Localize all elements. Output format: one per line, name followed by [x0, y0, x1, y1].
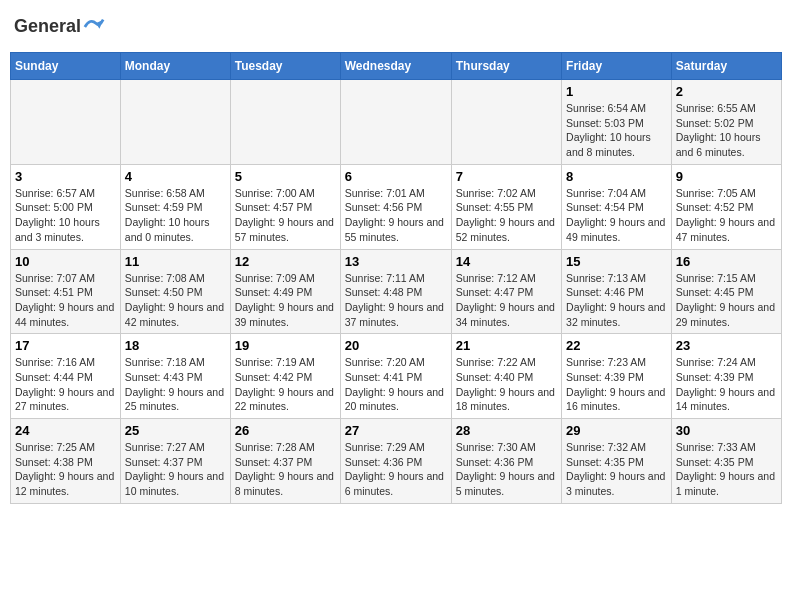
day-number: 17	[15, 338, 116, 353]
day-info: Sunrise: 7:09 AM Sunset: 4:49 PM Dayligh…	[235, 271, 336, 330]
day-info: Sunrise: 7:24 AM Sunset: 4:39 PM Dayligh…	[676, 355, 777, 414]
weekday-header-thursday: Thursday	[451, 53, 561, 80]
day-info: Sunrise: 7:25 AM Sunset: 4:38 PM Dayligh…	[15, 440, 116, 499]
calendar-cell: 1Sunrise: 6:54 AM Sunset: 5:03 PM Daylig…	[562, 80, 672, 165]
day-info: Sunrise: 7:00 AM Sunset: 4:57 PM Dayligh…	[235, 186, 336, 245]
calendar-cell: 30Sunrise: 7:33 AM Sunset: 4:35 PM Dayli…	[671, 419, 781, 504]
day-number: 25	[125, 423, 226, 438]
day-number: 21	[456, 338, 557, 353]
calendar-cell	[340, 80, 451, 165]
calendar-cell	[230, 80, 340, 165]
day-info: Sunrise: 7:19 AM Sunset: 4:42 PM Dayligh…	[235, 355, 336, 414]
weekday-header-friday: Friday	[562, 53, 672, 80]
calendar-week-row: 24Sunrise: 7:25 AM Sunset: 4:38 PM Dayli…	[11, 419, 782, 504]
day-number: 9	[676, 169, 777, 184]
calendar-table: SundayMondayTuesdayWednesdayThursdayFrid…	[10, 52, 782, 504]
logo: General	[14, 16, 105, 38]
calendar-cell: 21Sunrise: 7:22 AM Sunset: 4:40 PM Dayli…	[451, 334, 561, 419]
calendar-cell: 12Sunrise: 7:09 AM Sunset: 4:49 PM Dayli…	[230, 249, 340, 334]
calendar-cell: 28Sunrise: 7:30 AM Sunset: 4:36 PM Dayli…	[451, 419, 561, 504]
day-number: 12	[235, 254, 336, 269]
weekday-header-wednesday: Wednesday	[340, 53, 451, 80]
weekday-header-sunday: Sunday	[11, 53, 121, 80]
day-info: Sunrise: 7:01 AM Sunset: 4:56 PM Dayligh…	[345, 186, 447, 245]
logo-icon	[83, 16, 105, 38]
calendar-cell: 11Sunrise: 7:08 AM Sunset: 4:50 PM Dayli…	[120, 249, 230, 334]
calendar-cell: 24Sunrise: 7:25 AM Sunset: 4:38 PM Dayli…	[11, 419, 121, 504]
day-info: Sunrise: 7:30 AM Sunset: 4:36 PM Dayligh…	[456, 440, 557, 499]
day-number: 10	[15, 254, 116, 269]
calendar-cell: 7Sunrise: 7:02 AM Sunset: 4:55 PM Daylig…	[451, 164, 561, 249]
day-info: Sunrise: 7:15 AM Sunset: 4:45 PM Dayligh…	[676, 271, 777, 330]
calendar-cell: 6Sunrise: 7:01 AM Sunset: 4:56 PM Daylig…	[340, 164, 451, 249]
calendar-cell	[120, 80, 230, 165]
day-info: Sunrise: 6:57 AM Sunset: 5:00 PM Dayligh…	[15, 186, 116, 245]
day-info: Sunrise: 7:16 AM Sunset: 4:44 PM Dayligh…	[15, 355, 116, 414]
day-number: 15	[566, 254, 667, 269]
calendar-cell: 20Sunrise: 7:20 AM Sunset: 4:41 PM Dayli…	[340, 334, 451, 419]
day-info: Sunrise: 7:02 AM Sunset: 4:55 PM Dayligh…	[456, 186, 557, 245]
day-info: Sunrise: 7:11 AM Sunset: 4:48 PM Dayligh…	[345, 271, 447, 330]
day-number: 5	[235, 169, 336, 184]
calendar-cell: 10Sunrise: 7:07 AM Sunset: 4:51 PM Dayli…	[11, 249, 121, 334]
calendar-cell: 22Sunrise: 7:23 AM Sunset: 4:39 PM Dayli…	[562, 334, 672, 419]
calendar-cell: 19Sunrise: 7:19 AM Sunset: 4:42 PM Dayli…	[230, 334, 340, 419]
calendar-cell	[451, 80, 561, 165]
weekday-header-row: SundayMondayTuesdayWednesdayThursdayFrid…	[11, 53, 782, 80]
day-number: 1	[566, 84, 667, 99]
day-info: Sunrise: 6:55 AM Sunset: 5:02 PM Dayligh…	[676, 101, 777, 160]
calendar-cell: 29Sunrise: 7:32 AM Sunset: 4:35 PM Dayli…	[562, 419, 672, 504]
calendar-cell: 17Sunrise: 7:16 AM Sunset: 4:44 PM Dayli…	[11, 334, 121, 419]
day-number: 13	[345, 254, 447, 269]
calendar-cell: 16Sunrise: 7:15 AM Sunset: 4:45 PM Dayli…	[671, 249, 781, 334]
day-number: 14	[456, 254, 557, 269]
day-info: Sunrise: 7:04 AM Sunset: 4:54 PM Dayligh…	[566, 186, 667, 245]
day-number: 29	[566, 423, 667, 438]
day-info: Sunrise: 7:18 AM Sunset: 4:43 PM Dayligh…	[125, 355, 226, 414]
calendar-cell: 25Sunrise: 7:27 AM Sunset: 4:37 PM Dayli…	[120, 419, 230, 504]
calendar-cell: 26Sunrise: 7:28 AM Sunset: 4:37 PM Dayli…	[230, 419, 340, 504]
day-info: Sunrise: 7:27 AM Sunset: 4:37 PM Dayligh…	[125, 440, 226, 499]
day-number: 2	[676, 84, 777, 99]
calendar-cell: 9Sunrise: 7:05 AM Sunset: 4:52 PM Daylig…	[671, 164, 781, 249]
day-info: Sunrise: 7:22 AM Sunset: 4:40 PM Dayligh…	[456, 355, 557, 414]
calendar-cell: 13Sunrise: 7:11 AM Sunset: 4:48 PM Dayli…	[340, 249, 451, 334]
day-info: Sunrise: 7:33 AM Sunset: 4:35 PM Dayligh…	[676, 440, 777, 499]
day-info: Sunrise: 7:32 AM Sunset: 4:35 PM Dayligh…	[566, 440, 667, 499]
day-number: 30	[676, 423, 777, 438]
day-number: 7	[456, 169, 557, 184]
calendar-cell: 23Sunrise: 7:24 AM Sunset: 4:39 PM Dayli…	[671, 334, 781, 419]
day-number: 18	[125, 338, 226, 353]
calendar-week-row: 1Sunrise: 6:54 AM Sunset: 5:03 PM Daylig…	[11, 80, 782, 165]
day-info: Sunrise: 7:29 AM Sunset: 4:36 PM Dayligh…	[345, 440, 447, 499]
calendar-week-row: 3Sunrise: 6:57 AM Sunset: 5:00 PM Daylig…	[11, 164, 782, 249]
day-info: Sunrise: 7:23 AM Sunset: 4:39 PM Dayligh…	[566, 355, 667, 414]
day-number: 11	[125, 254, 226, 269]
day-info: Sunrise: 6:54 AM Sunset: 5:03 PM Dayligh…	[566, 101, 667, 160]
day-number: 27	[345, 423, 447, 438]
day-number: 16	[676, 254, 777, 269]
calendar-cell: 27Sunrise: 7:29 AM Sunset: 4:36 PM Dayli…	[340, 419, 451, 504]
calendar-cell: 5Sunrise: 7:00 AM Sunset: 4:57 PM Daylig…	[230, 164, 340, 249]
day-number: 24	[15, 423, 116, 438]
day-number: 26	[235, 423, 336, 438]
day-number: 19	[235, 338, 336, 353]
day-info: Sunrise: 7:13 AM Sunset: 4:46 PM Dayligh…	[566, 271, 667, 330]
weekday-header-tuesday: Tuesday	[230, 53, 340, 80]
day-info: Sunrise: 7:07 AM Sunset: 4:51 PM Dayligh…	[15, 271, 116, 330]
day-info: Sunrise: 6:58 AM Sunset: 4:59 PM Dayligh…	[125, 186, 226, 245]
day-number: 22	[566, 338, 667, 353]
calendar-cell: 4Sunrise: 6:58 AM Sunset: 4:59 PM Daylig…	[120, 164, 230, 249]
day-number: 4	[125, 169, 226, 184]
weekday-header-monday: Monday	[120, 53, 230, 80]
day-info: Sunrise: 7:05 AM Sunset: 4:52 PM Dayligh…	[676, 186, 777, 245]
calendar-cell: 14Sunrise: 7:12 AM Sunset: 4:47 PM Dayli…	[451, 249, 561, 334]
day-number: 3	[15, 169, 116, 184]
calendar-cell: 2Sunrise: 6:55 AM Sunset: 5:02 PM Daylig…	[671, 80, 781, 165]
day-number: 6	[345, 169, 447, 184]
calendar-cell	[11, 80, 121, 165]
day-info: Sunrise: 7:20 AM Sunset: 4:41 PM Dayligh…	[345, 355, 447, 414]
calendar-cell: 18Sunrise: 7:18 AM Sunset: 4:43 PM Dayli…	[120, 334, 230, 419]
logo-text: General	[14, 16, 105, 38]
calendar-cell: 3Sunrise: 6:57 AM Sunset: 5:00 PM Daylig…	[11, 164, 121, 249]
